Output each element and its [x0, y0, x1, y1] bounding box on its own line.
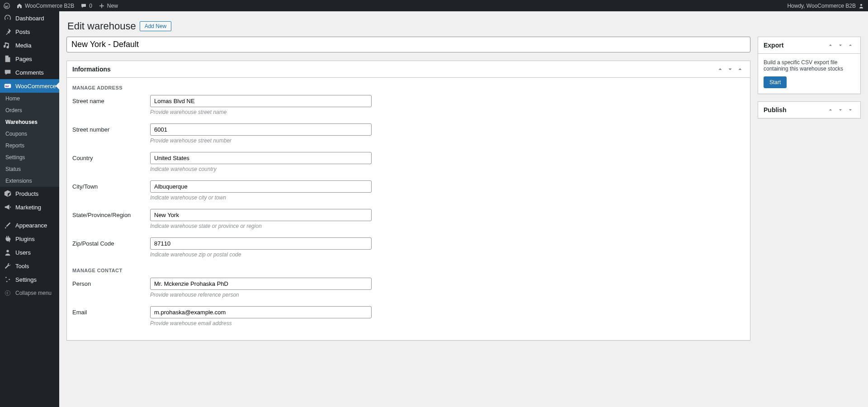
move-up-button[interactable]	[826, 41, 835, 50]
pin-icon	[4, 28, 12, 36]
submenu-coupons[interactable]: Coupons	[0, 128, 59, 140]
street-number-help: Provide warehouse street number	[150, 137, 372, 144]
svg-point-5	[9, 279, 10, 280]
move-up-button[interactable]	[826, 105, 835, 114]
new-content-link[interactable]: New	[99, 3, 118, 9]
comment-icon	[80, 3, 87, 9]
zip-input[interactable]	[150, 237, 372, 250]
sliders-icon	[4, 275, 12, 284]
postbox-title: Export	[764, 42, 783, 49]
submenu-extensions[interactable]: Extensions	[0, 175, 59, 187]
site-name-text: WooCommerce B2B	[25, 3, 74, 9]
sidebar-item-pages[interactable]: Pages	[0, 52, 59, 66]
sidebar-item-users[interactable]: Users	[0, 246, 59, 259]
submenu-warehouses[interactable]: Warehouses	[0, 116, 59, 128]
svg-point-4	[5, 277, 7, 278]
postbox-title: Publish	[764, 106, 787, 114]
street-number-input[interactable]	[150, 123, 372, 136]
comment-icon	[4, 68, 12, 76]
export-postbox: Export Build a specific CSV export file …	[758, 37, 861, 94]
woocommerce-icon	[4, 82, 12, 90]
submenu-settings[interactable]: Settings	[0, 151, 59, 163]
toggle-button[interactable]	[736, 65, 745, 74]
media-icon	[4, 41, 12, 49]
toggle-button[interactable]	[846, 105, 855, 114]
city-help: Indicate warehouse city or town	[150, 194, 372, 201]
svg-point-7	[5, 290, 10, 295]
email-label: Email	[72, 306, 150, 316]
sidebar-item-label: Tools	[15, 263, 29, 270]
sidebar-item-posts[interactable]: Posts	[0, 25, 59, 38]
svg-point-6	[6, 281, 8, 282]
admin-bar: WooCommerce B2B 0 New Howdy, WooCommerce…	[0, 0, 868, 11]
sidebar-item-label: Users	[15, 249, 31, 256]
sidebar-item-label: Marketing	[15, 204, 41, 211]
toggle-button[interactable]	[846, 41, 855, 50]
page-icon	[4, 55, 12, 63]
sidebar-item-label: Posts	[15, 28, 30, 35]
publish-postbox: Publish	[758, 101, 861, 118]
section-address-label: Manage address	[72, 83, 745, 95]
products-icon	[4, 189, 12, 198]
wrench-icon	[4, 262, 12, 270]
my-account-link[interactable]: Howdy, WooCommerce B2B	[787, 3, 864, 9]
person-input[interactable]	[150, 278, 372, 290]
page-title: Edit warehouse	[67, 20, 136, 32]
sidebar-item-dashboard[interactable]: Dashboard	[0, 11, 59, 25]
sidebar-item-label: WooCommerce	[15, 83, 56, 90]
collapse-menu[interactable]: Collapse menu	[0, 286, 59, 300]
postbox-title: Informations	[72, 66, 111, 73]
country-input[interactable]	[150, 152, 372, 164]
dashboard-icon	[4, 14, 12, 22]
informations-postbox: Informations Manage address Street name	[66, 61, 750, 341]
sidebar-item-woocommerce[interactable]: WooCommerce	[0, 79, 59, 93]
woocommerce-submenu: Home Orders Warehouses Coupons Reports S…	[0, 93, 59, 187]
submenu-orders[interactable]: Orders	[0, 104, 59, 116]
email-help: Provide warehouse email address	[150, 320, 372, 327]
brush-icon	[4, 221, 12, 229]
sidebar-item-comments[interactable]: Comments	[0, 66, 59, 79]
sidebar-item-label: Comments	[15, 69, 44, 76]
person-help: Provide warehouse reference person	[150, 292, 372, 298]
move-down-button[interactable]	[836, 41, 845, 50]
sidebar-item-label: Settings	[15, 276, 37, 283]
city-input[interactable]	[150, 180, 372, 193]
person-label: Person	[72, 278, 150, 287]
sidebar-item-plugins[interactable]: Plugins	[0, 232, 59, 246]
export-description: Build a specific CSV export file contain…	[764, 59, 855, 72]
move-up-button[interactable]	[716, 65, 725, 74]
sidebar-item-settings[interactable]: Settings	[0, 273, 59, 286]
warehouse-title-input[interactable]	[66, 37, 750, 52]
email-input[interactable]	[150, 306, 372, 318]
svg-point-0	[4, 3, 10, 9]
sidebar-item-products[interactable]: Products	[0, 187, 59, 200]
svg-point-3	[6, 250, 9, 252]
street-name-input[interactable]	[150, 95, 372, 107]
admin-sidebar: Dashboard Posts Media Pages Comments Woo…	[0, 11, 59, 407]
sidebar-item-label: Dashboard	[15, 15, 44, 22]
greeting-text: Howdy, WooCommerce B2B	[787, 3, 856, 9]
site-name-link[interactable]: WooCommerce B2B	[16, 3, 74, 9]
sidebar-item-label: Plugins	[15, 236, 35, 242]
wp-logo[interactable]	[4, 3, 10, 9]
sidebar-item-appearance[interactable]: Appearance	[0, 218, 59, 232]
state-help: Indicate warehouse state or province or …	[150, 223, 372, 229]
country-help: Indicate warehouse country	[150, 166, 372, 172]
sidebar-item-label: Products	[15, 190, 38, 197]
sidebar-item-tools[interactable]: Tools	[0, 259, 59, 273]
add-new-button[interactable]: Add New	[140, 21, 172, 31]
move-down-button[interactable]	[726, 65, 735, 74]
collapse-label: Collapse menu	[15, 290, 52, 296]
comments-link[interactable]: 0	[80, 3, 92, 9]
sidebar-item-label: Appearance	[15, 222, 47, 229]
start-export-button[interactable]: Start	[764, 76, 787, 88]
sidebar-item-marketing[interactable]: Marketing	[0, 200, 59, 214]
sidebar-item-label: Pages	[15, 56, 32, 62]
plug-icon	[4, 235, 12, 243]
state-input[interactable]	[150, 209, 372, 221]
sidebar-item-media[interactable]: Media	[0, 38, 59, 52]
move-down-button[interactable]	[836, 105, 845, 114]
submenu-status[interactable]: Status	[0, 163, 59, 175]
submenu-reports[interactable]: Reports	[0, 140, 59, 151]
submenu-home[interactable]: Home	[0, 93, 59, 104]
